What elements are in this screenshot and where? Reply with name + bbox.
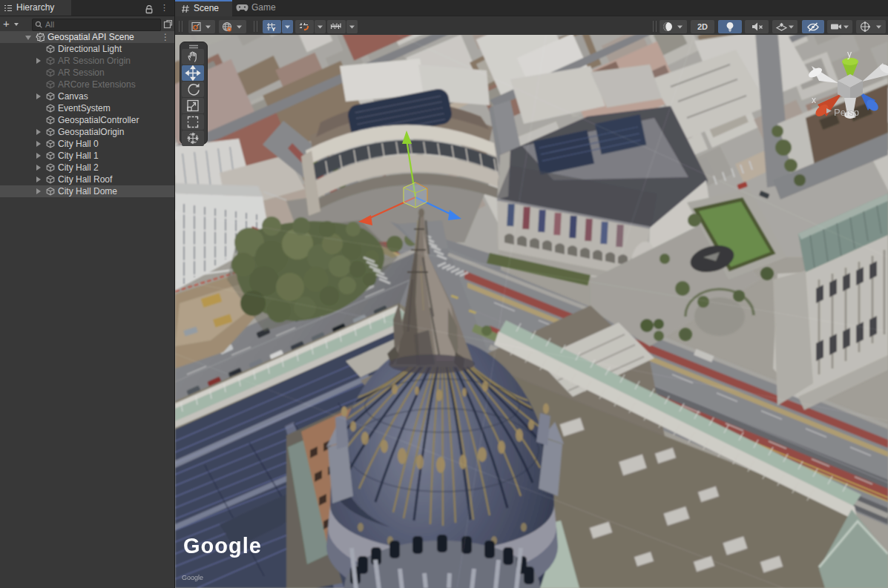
svg-text:x: x	[812, 95, 816, 105]
svg-text:y: y	[847, 49, 852, 59]
svg-text:Y: Y	[272, 26, 276, 33]
svg-text:Persp: Persp	[834, 107, 859, 118]
